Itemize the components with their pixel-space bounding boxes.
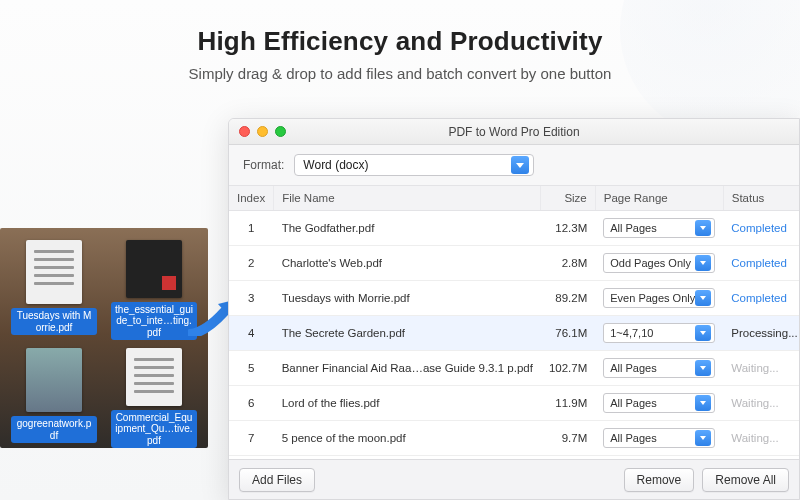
cell-size: 89.2M [541, 281, 595, 316]
format-value: Word (docx) [303, 158, 368, 172]
col-status[interactable]: Status [723, 186, 799, 211]
file-table: Index File Name Size Page Range Status 1… [229, 186, 799, 459]
cell-filename: Banner Financial Aid Raa…ase Guide 9.3.1… [274, 351, 541, 386]
chevron-down-icon [695, 220, 711, 236]
page-range-select[interactable]: All Pages [603, 393, 715, 413]
cell-filename: Lord of the flies.pdf [274, 386, 541, 421]
cell-range: All Pages [595, 421, 723, 456]
minimize-icon[interactable] [257, 126, 268, 137]
page-range-select[interactable]: Odd Pages Only [603, 253, 715, 273]
table-row[interactable]: 1The Godfather.pdf12.3MAll PagesComplete… [229, 211, 799, 246]
col-range[interactable]: Page Range [595, 186, 723, 211]
chevron-down-icon [695, 360, 711, 376]
chevron-down-icon [695, 395, 711, 411]
cell-size: 102.7M [541, 351, 595, 386]
cell-index: 3 [229, 281, 274, 316]
cell-index: 4 [229, 316, 274, 351]
page-range-value: All Pages [610, 222, 656, 234]
cell-range: 1~4,7,10 [595, 316, 723, 351]
cell-index: 6 [229, 386, 274, 421]
cell-range: All Pages [595, 211, 723, 246]
page-range-select[interactable]: All Pages [603, 218, 715, 238]
table-row[interactable]: 3Tuesdays with Morrie.pdf89.2MEven Pages… [229, 281, 799, 316]
cell-range: All Pages [595, 386, 723, 421]
page-range-value: Even Pages Only [610, 292, 695, 304]
file-label: gogreenatwork.pdf [11, 416, 97, 443]
cell-index: 5 [229, 351, 274, 386]
desktop-area: Tuesdays with Morrie.pdfthe_essential_gu… [0, 228, 208, 448]
cell-size: 12.3M [541, 211, 595, 246]
chevron-down-icon [695, 255, 711, 271]
app-window: PDF to Word Pro Edition Format: Word (do… [228, 118, 800, 500]
remove-button[interactable]: Remove [624, 468, 695, 492]
remove-all-button[interactable]: Remove All [702, 468, 789, 492]
file-thumbnail-icon [26, 348, 82, 412]
chevron-down-icon [695, 325, 711, 341]
zoom-icon[interactable] [275, 126, 286, 137]
chevron-down-icon [695, 290, 711, 306]
cell-range: Odd Pages Only [595, 246, 723, 281]
cell-filename: 5 pence of the moon.pdf [274, 421, 541, 456]
cell-filename: The Secrete Garden.pdf [274, 316, 541, 351]
page-range-select[interactable]: All Pages [603, 358, 715, 378]
window-title: PDF to Word Pro Edition [229, 125, 799, 139]
col-filename[interactable]: File Name [274, 186, 541, 211]
format-select[interactable]: Word (docx) [294, 154, 534, 176]
col-size[interactable]: Size [541, 186, 595, 211]
file-label: Tuesdays with Morrie.pdf [11, 308, 97, 335]
col-index[interactable]: Index [229, 186, 274, 211]
file-thumbnail-icon [126, 348, 182, 406]
table-row[interactable]: 5Banner Financial Aid Raa…ase Guide 9.3.… [229, 351, 799, 386]
cell-status: Completed [723, 211, 799, 246]
cell-size: 76.1M [541, 316, 595, 351]
cell-status: Processing... [723, 316, 799, 351]
cell-status: Completed [723, 246, 799, 281]
format-label: Format: [243, 158, 284, 172]
cell-index: 2 [229, 246, 274, 281]
titlebar[interactable]: PDF to Word Pro Edition [229, 119, 799, 145]
file-label: the_essential_guide_to_inte…ting.pdf [111, 302, 197, 341]
cell-size: 9.7M [541, 421, 595, 456]
cell-status: Waiting... [723, 351, 799, 386]
chevron-down-icon [511, 156, 529, 174]
cell-range: Even Pages Only [595, 281, 723, 316]
cell-filename: The Godfather.pdf [274, 211, 541, 246]
desktop-file[interactable]: Tuesdays with Morrie.pdf [10, 240, 98, 340]
cell-filename: Tuesdays with Morrie.pdf [274, 281, 541, 316]
cell-index: 1 [229, 211, 274, 246]
cell-status: Completed [723, 281, 799, 316]
file-thumbnail-icon [26, 240, 82, 304]
page-range-select[interactable]: All Pages [603, 428, 715, 448]
cell-size: 11.9M [541, 386, 595, 421]
close-icon[interactable] [239, 126, 250, 137]
add-files-button[interactable]: Add Files [239, 468, 315, 492]
file-label: Commercial_Equipment_Qu…tive.pdf [111, 410, 197, 449]
page-range-value: Odd Pages Only [610, 257, 691, 269]
table-row[interactable]: 6Lord of the flies.pdf11.9MAll PagesWait… [229, 386, 799, 421]
cell-filename: Charlotte's Web.pdf [274, 246, 541, 281]
cell-status: Waiting... [723, 421, 799, 456]
chevron-down-icon [695, 430, 711, 446]
cell-range: All Pages [595, 351, 723, 386]
page-range-select[interactable]: Even Pages Only [603, 288, 715, 308]
cell-status: Waiting... [723, 386, 799, 421]
table-row[interactable]: 75 pence of the moon.pdf9.7MAll PagesWai… [229, 421, 799, 456]
page-range-value: All Pages [610, 432, 656, 444]
desktop-file[interactable]: Commercial_Equipment_Qu…tive.pdf [110, 348, 198, 448]
page-range-value: All Pages [610, 362, 656, 374]
table-row[interactable]: 2Charlotte's Web.pdf2.8MOdd Pages OnlyCo… [229, 246, 799, 281]
page-range-select[interactable]: 1~4,7,10 [603, 323, 715, 343]
page-range-value: 1~4,7,10 [610, 327, 653, 339]
cell-index: 7 [229, 421, 274, 456]
desktop-file[interactable]: the_essential_guide_to_inte…ting.pdf [110, 240, 198, 340]
table-row[interactable]: 4The Secrete Garden.pdf76.1M1~4,7,10Proc… [229, 316, 799, 351]
file-thumbnail-icon [126, 240, 182, 298]
desktop-file[interactable]: gogreenatwork.pdf [10, 348, 98, 448]
page-range-value: All Pages [610, 397, 656, 409]
cell-size: 2.8M [541, 246, 595, 281]
